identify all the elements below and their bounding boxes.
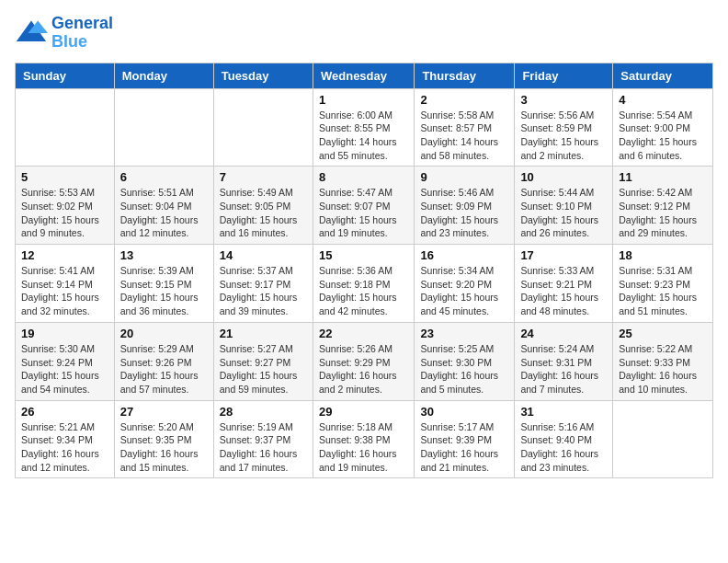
header-day-monday: Monday bbox=[114, 63, 213, 88]
day-number: 11 bbox=[619, 170, 707, 184]
day-info: Sunrise: 5:30 AMSunset: 9:24 PMDaylight:… bbox=[21, 342, 108, 396]
day-number: 28 bbox=[220, 405, 307, 419]
day-info: Sunrise: 5:54 AMSunset: 9:00 PMDaylight:… bbox=[619, 109, 707, 163]
header-day-saturday: Saturday bbox=[613, 63, 713, 88]
calendar-cell: 13Sunrise: 5:39 AMSunset: 9:15 PMDayligh… bbox=[114, 245, 213, 323]
calendar-cell: 8Sunrise: 5:47 AMSunset: 9:07 PMDaylight… bbox=[313, 167, 414, 245]
calendar-cell: 6Sunrise: 5:51 AMSunset: 9:04 PMDaylight… bbox=[114, 167, 213, 245]
calendar-cell: 23Sunrise: 5:25 AMSunset: 9:30 PMDayligh… bbox=[415, 322, 515, 400]
header-day-thursday: Thursday bbox=[415, 63, 515, 88]
day-number: 5 bbox=[21, 170, 108, 184]
calendar-cell: 27Sunrise: 5:20 AMSunset: 9:35 PMDayligh… bbox=[114, 400, 213, 478]
calendar-cell: 30Sunrise: 5:17 AMSunset: 9:39 PMDayligh… bbox=[415, 400, 515, 478]
calendar-cell: 20Sunrise: 5:29 AMSunset: 9:26 PMDayligh… bbox=[114, 322, 213, 400]
calendar-week-row: 1Sunrise: 6:00 AMSunset: 8:55 PMDaylight… bbox=[16, 88, 713, 167]
calendar-cell: 14Sunrise: 5:37 AMSunset: 9:17 PMDayligh… bbox=[213, 245, 313, 323]
calendar-cell bbox=[213, 88, 313, 167]
calendar-cell: 25Sunrise: 5:22 AMSunset: 9:33 PMDayligh… bbox=[613, 322, 713, 400]
day-info: Sunrise: 5:18 AMSunset: 9:38 PMDaylight:… bbox=[319, 420, 408, 475]
day-number: 26 bbox=[21, 405, 108, 419]
day-number: 2 bbox=[420, 93, 508, 107]
day-info: Sunrise: 5:58 AMSunset: 8:57 PMDaylight:… bbox=[420, 109, 508, 163]
calendar-cell: 16Sunrise: 5:34 AMSunset: 9:20 PMDayligh… bbox=[415, 245, 515, 323]
day-number: 19 bbox=[21, 327, 108, 340]
day-info: Sunrise: 5:26 AMSunset: 9:29 PMDaylight:… bbox=[319, 342, 408, 396]
calendar-cell: 17Sunrise: 5:33 AMSunset: 9:21 PMDayligh… bbox=[515, 245, 613, 323]
day-number: 23 bbox=[420, 327, 508, 340]
logo-text: General Blue bbox=[51, 15, 113, 52]
day-info: Sunrise: 5:25 AMSunset: 9:30 PMDaylight:… bbox=[420, 342, 508, 396]
day-number: 15 bbox=[319, 248, 408, 262]
header-day-friday: Friday bbox=[515, 63, 613, 88]
day-number: 3 bbox=[520, 93, 607, 107]
day-number: 14 bbox=[220, 248, 307, 262]
day-number: 1 bbox=[319, 93, 408, 107]
day-info: Sunrise: 5:53 AMSunset: 9:02 PMDaylight:… bbox=[21, 186, 108, 240]
day-info: Sunrise: 5:44 AMSunset: 9:10 PMDaylight:… bbox=[520, 186, 607, 240]
day-info: Sunrise: 5:36 AMSunset: 9:18 PMDaylight:… bbox=[319, 264, 408, 318]
day-number: 12 bbox=[21, 248, 108, 262]
day-number: 31 bbox=[520, 405, 607, 419]
day-info: Sunrise: 5:22 AMSunset: 9:33 PMDaylight:… bbox=[619, 342, 707, 396]
day-number: 13 bbox=[120, 248, 208, 262]
day-info: Sunrise: 5:41 AMSunset: 9:14 PMDaylight:… bbox=[21, 264, 108, 318]
calendar-cell bbox=[16, 88, 115, 167]
day-info: Sunrise: 5:31 AMSunset: 9:23 PMDaylight:… bbox=[619, 264, 707, 318]
calendar-cell bbox=[114, 88, 213, 167]
calendar-week-row: 5Sunrise: 5:53 AMSunset: 9:02 PMDaylight… bbox=[16, 167, 713, 245]
calendar-cell: 7Sunrise: 5:49 AMSunset: 9:05 PMDaylight… bbox=[213, 167, 313, 245]
calendar-cell: 24Sunrise: 5:24 AMSunset: 9:31 PMDayligh… bbox=[515, 322, 613, 400]
day-number: 9 bbox=[420, 170, 508, 184]
calendar-cell: 1Sunrise: 6:00 AMSunset: 8:55 PMDaylight… bbox=[313, 88, 414, 167]
day-number: 17 bbox=[520, 248, 607, 262]
calendar-cell: 3Sunrise: 5:56 AMSunset: 8:59 PMDaylight… bbox=[515, 88, 613, 167]
day-number: 20 bbox=[120, 327, 208, 340]
day-info: Sunrise: 5:42 AMSunset: 9:12 PMDaylight:… bbox=[619, 186, 707, 240]
day-info: Sunrise: 5:29 AMSunset: 9:26 PMDaylight:… bbox=[120, 342, 208, 396]
day-info: Sunrise: 5:37 AMSunset: 9:17 PMDaylight:… bbox=[220, 264, 307, 318]
day-info: Sunrise: 5:51 AMSunset: 9:04 PMDaylight:… bbox=[120, 186, 208, 240]
day-number: 24 bbox=[520, 327, 607, 340]
calendar-cell: 22Sunrise: 5:26 AMSunset: 9:29 PMDayligh… bbox=[313, 322, 414, 400]
calendar-cell bbox=[613, 400, 713, 478]
logo-icon bbox=[15, 17, 48, 50]
day-number: 21 bbox=[220, 327, 307, 340]
day-info: Sunrise: 5:16 AMSunset: 9:40 PMDaylight:… bbox=[520, 420, 607, 475]
calendar-cell: 12Sunrise: 5:41 AMSunset: 9:14 PMDayligh… bbox=[16, 245, 115, 323]
calendar-table: SundayMondayTuesdayWednesdayThursdayFrid… bbox=[15, 63, 713, 479]
header-day-tuesday: Tuesday bbox=[213, 63, 313, 88]
day-info: Sunrise: 6:00 AMSunset: 8:55 PMDaylight:… bbox=[319, 109, 408, 163]
day-number: 7 bbox=[220, 170, 307, 184]
header-day-wednesday: Wednesday bbox=[313, 63, 414, 88]
day-number: 30 bbox=[420, 405, 508, 419]
day-info: Sunrise: 5:27 AMSunset: 9:27 PMDaylight:… bbox=[220, 342, 307, 396]
calendar-cell: 11Sunrise: 5:42 AMSunset: 9:12 PMDayligh… bbox=[613, 167, 713, 245]
day-info: Sunrise: 5:47 AMSunset: 9:07 PMDaylight:… bbox=[319, 186, 408, 240]
day-info: Sunrise: 5:56 AMSunset: 8:59 PMDaylight:… bbox=[520, 109, 607, 163]
calendar-cell: 31Sunrise: 5:16 AMSunset: 9:40 PMDayligh… bbox=[515, 400, 613, 478]
calendar-cell: 19Sunrise: 5:30 AMSunset: 9:24 PMDayligh… bbox=[16, 322, 115, 400]
day-info: Sunrise: 5:21 AMSunset: 9:34 PMDaylight:… bbox=[21, 420, 108, 475]
day-number: 22 bbox=[319, 327, 408, 340]
day-number: 25 bbox=[619, 327, 707, 340]
day-number: 4 bbox=[619, 93, 707, 107]
calendar-cell: 4Sunrise: 5:54 AMSunset: 9:00 PMDaylight… bbox=[613, 88, 713, 167]
calendar-week-row: 19Sunrise: 5:30 AMSunset: 9:24 PMDayligh… bbox=[16, 322, 713, 400]
page-header: General Blue bbox=[15, 15, 713, 52]
day-info: Sunrise: 5:39 AMSunset: 9:15 PMDaylight:… bbox=[120, 264, 208, 318]
calendar-cell: 5Sunrise: 5:53 AMSunset: 9:02 PMDaylight… bbox=[16, 167, 115, 245]
calendar-week-row: 26Sunrise: 5:21 AMSunset: 9:34 PMDayligh… bbox=[16, 400, 713, 478]
calendar-cell: 18Sunrise: 5:31 AMSunset: 9:23 PMDayligh… bbox=[613, 245, 713, 323]
day-info: Sunrise: 5:34 AMSunset: 9:20 PMDaylight:… bbox=[420, 264, 508, 318]
day-info: Sunrise: 5:17 AMSunset: 9:39 PMDaylight:… bbox=[420, 420, 508, 475]
calendar-cell: 29Sunrise: 5:18 AMSunset: 9:38 PMDayligh… bbox=[313, 400, 414, 478]
calendar-cell: 28Sunrise: 5:19 AMSunset: 9:37 PMDayligh… bbox=[213, 400, 313, 478]
day-number: 6 bbox=[120, 170, 208, 184]
day-info: Sunrise: 5:49 AMSunset: 9:05 PMDaylight:… bbox=[220, 186, 307, 240]
day-info: Sunrise: 5:20 AMSunset: 9:35 PMDaylight:… bbox=[120, 420, 208, 475]
calendar-cell: 2Sunrise: 5:58 AMSunset: 8:57 PMDaylight… bbox=[415, 88, 515, 167]
calendar-cell: 10Sunrise: 5:44 AMSunset: 9:10 PMDayligh… bbox=[515, 167, 613, 245]
day-number: 16 bbox=[420, 248, 508, 262]
header-day-sunday: Sunday bbox=[16, 63, 115, 88]
day-number: 29 bbox=[319, 405, 408, 419]
